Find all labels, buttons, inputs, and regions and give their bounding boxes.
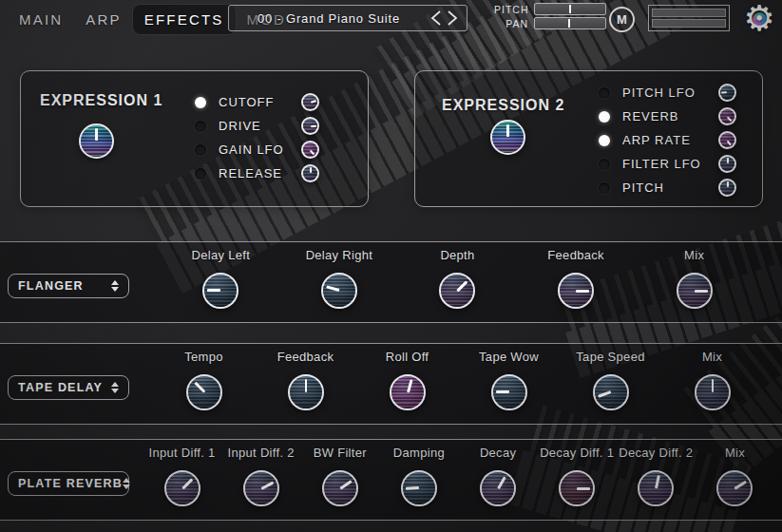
drive-label: DRIVE <box>219 119 301 133</box>
tab-arp[interactable]: ARP <box>74 5 132 34</box>
tape-wow-label: Tape Wow <box>479 351 539 364</box>
depth-control: Depth <box>398 249 517 318</box>
pitch-label: PITCH <box>494 4 528 15</box>
mix-knob[interactable] <box>677 273 713 309</box>
settings-button[interactable]: ⚙ <box>740 0 778 38</box>
mono-button[interactable]: M <box>609 7 635 32</box>
chevron-right-icon[interactable] <box>445 9 460 28</box>
filter-lfo-amount-knob[interactable] <box>718 155 736 173</box>
pitch-slider[interactable] <box>534 3 606 15</box>
tempo-control: Tempo <box>153 351 255 420</box>
pitch-lfo-select-dot[interactable] <box>599 87 610 99</box>
delay-left-knob[interactable] <box>202 273 238 309</box>
up-down-arrows-icon <box>111 382 119 393</box>
delay-right-label: Delay Right <box>306 249 373 262</box>
cutoff-select-dot[interactable] <box>195 97 206 108</box>
pitch-slider-handle[interactable] <box>569 5 571 13</box>
expression-1-title: EXPRESSION 1 <box>40 92 162 109</box>
input-diff-2-knob[interactable] <box>243 470 279 506</box>
effect-slot-3: PLATE REVERB Input Diff. 1Input Diff. 2B… <box>0 439 782 521</box>
expression-2-knob[interactable] <box>490 120 525 155</box>
drive-select-dot[interactable] <box>195 121 206 132</box>
depth-label: Depth <box>440 249 474 262</box>
damping-control: Damping <box>379 446 458 516</box>
reverb-select-dot[interactable] <box>599 111 610 123</box>
delay-left-control: Delay Left <box>162 249 280 318</box>
feedback-label: Feedback <box>547 249 604 262</box>
arp-rate-select-dot[interactable] <box>599 135 610 146</box>
input-diff-2-label: Input Diff. 2 <box>228 446 295 460</box>
effect-slot-1: FLANGER Delay LeftDelay RightDepthFeedba… <box>0 241 782 323</box>
tape-speed-label: Tape Speed <box>576 351 644 364</box>
tab-main[interactable]: MAIN <box>8 5 74 34</box>
effect-select-tape-delay[interactable]: TAPE DELAY <box>8 375 129 400</box>
expression-2-title: EXPRESSION 2 <box>442 97 564 114</box>
expression-1-big-knob-holder <box>79 124 114 159</box>
delay-right-knob[interactable] <box>321 273 357 309</box>
preset-selector[interactable]: 00 - Grand Piano Suite <box>228 5 467 31</box>
mix-knob[interactable] <box>716 470 753 506</box>
roll-off-control: Roll Off <box>356 351 458 420</box>
damping-knob[interactable] <box>401 470 437 506</box>
tape-speed-knob[interactable] <box>593 374 629 410</box>
release-label: RELEASE <box>219 166 301 180</box>
feedback-control: Feedback <box>517 249 636 318</box>
chevron-left-icon[interactable] <box>429 9 444 28</box>
mix-label: Mix <box>684 249 704 262</box>
feedback-label: Feedback <box>277 351 334 364</box>
pitch-select-dot[interactable] <box>599 182 610 194</box>
effect-select-flanger[interactable]: FLANGER <box>8 274 129 298</box>
pitch-amount-knob[interactable] <box>718 179 736 197</box>
reverb-label: REVERB <box>622 109 718 124</box>
pan-slider-handle[interactable] <box>568 19 570 28</box>
expression-target-arp-rate: ARP RATE <box>599 128 736 152</box>
mix-knob[interactable] <box>695 374 731 410</box>
roll-off-knob[interactable] <box>390 374 426 410</box>
effect-select-label: FLANGER <box>18 279 111 293</box>
up-down-arrows-icon <box>123 478 130 489</box>
mix-control: Mix <box>661 351 763 420</box>
decay-knob[interactable] <box>480 470 516 506</box>
filter-lfo-select-dot[interactable] <box>599 159 610 170</box>
drive-amount-knob[interactable] <box>301 117 319 135</box>
tab-effects[interactable]: EFFECTS <box>133 5 236 34</box>
arp-rate-amount-knob[interactable] <box>718 131 736 149</box>
tape-wow-knob[interactable] <box>491 374 527 410</box>
effect-slot-2: TAPE DELAY TempoFeedbackRoll OffTape Wow… <box>0 343 782 425</box>
expression-2-panel: EXPRESSION 2 PITCH LFOREVERBARP RATEFILT… <box>414 70 763 207</box>
pitch-lfo-amount-knob[interactable] <box>718 84 736 102</box>
tape-speed-control: Tape Speed <box>560 351 661 420</box>
filter-lfo-label: FILTER LFO <box>622 157 718 171</box>
cutoff-amount-knob[interactable] <box>301 93 319 111</box>
expression-1-panel: EXPRESSION 1 CUTOFFDRIVEGAIN LFORELEASE <box>20 70 369 207</box>
release-amount-knob[interactable] <box>301 164 319 182</box>
effect-select-plate-reverb[interactable]: PLATE REVERB <box>8 471 129 496</box>
pan-slider[interactable] <box>534 17 606 29</box>
depth-knob[interactable] <box>439 273 475 309</box>
expression-target-filter-lfo: FILTER LFO <box>599 152 736 176</box>
expression-1-knob[interactable] <box>79 124 114 159</box>
tempo-knob[interactable] <box>186 374 222 410</box>
damping-label: Damping <box>393 446 445 460</box>
feedback-knob[interactable] <box>558 273 594 309</box>
effect-slot-2-knobs: TempoFeedbackRoll OffTape WowTape SpeedM… <box>153 351 763 420</box>
release-select-dot[interactable] <box>195 168 206 180</box>
expression-target-reverb: REVERB <box>599 104 736 128</box>
gain-lfo-select-dot[interactable] <box>195 144 206 156</box>
bw-filter-knob[interactable] <box>322 470 358 506</box>
reverb-amount-knob[interactable] <box>718 107 736 125</box>
bw-filter-control: BW Filter <box>300 446 379 516</box>
decay-diff-1-label: Decay Diff. 1 <box>540 446 614 460</box>
gear-icon: ⚙ <box>743 0 774 38</box>
decay-diff-1-knob[interactable] <box>559 470 595 506</box>
expression-target-release: RELEASE <box>195 162 319 185</box>
plugin-window: MAINARPEFFECTSMOD 00 - Grand Piano Suite… <box>0 0 782 532</box>
decay-control: Decay <box>459 446 538 516</box>
feedback-knob[interactable] <box>288 374 324 410</box>
input-diff-1-label: Input Diff. 1 <box>148 446 215 460</box>
input-diff-1-knob[interactable] <box>164 470 200 506</box>
meter-bar-left <box>652 9 726 17</box>
decay-label: Decay <box>480 446 516 460</box>
gain-lfo-amount-knob[interactable] <box>301 141 319 159</box>
decay-diff-2-knob[interactable] <box>638 470 674 506</box>
